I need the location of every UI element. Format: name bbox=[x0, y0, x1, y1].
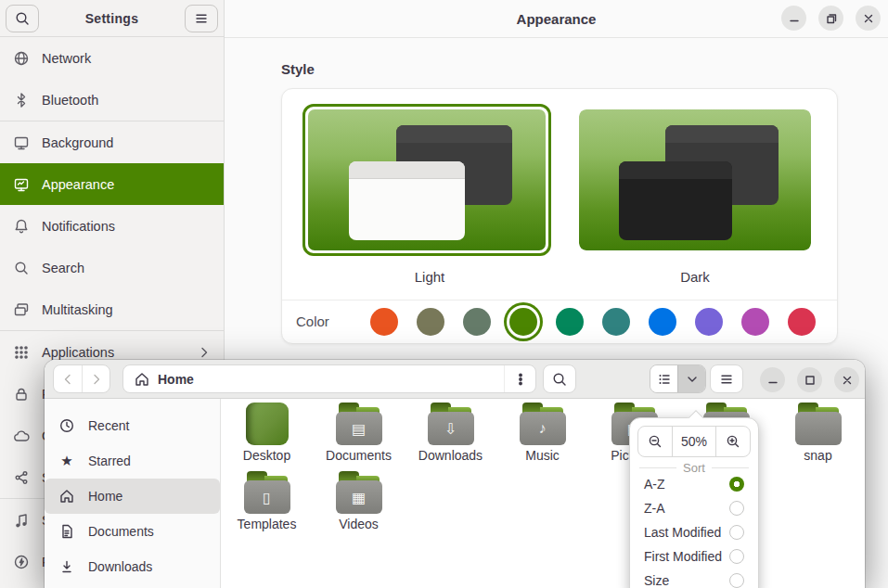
color-swatch-olive[interactable] bbox=[509, 308, 537, 336]
download-icon bbox=[58, 558, 75, 575]
desktop-folder-icon bbox=[246, 403, 289, 445]
sidebar-item-label: Home bbox=[88, 489, 122, 504]
sidebar-item-bluetooth[interactable]: Bluetooth bbox=[0, 79, 224, 121]
maximize-button[interactable] bbox=[797, 367, 822, 392]
sidebar-item-downloads[interactable]: Downloads bbox=[45, 549, 220, 584]
settings-title: Settings bbox=[85, 11, 139, 26]
sidebar-item-network[interactable]: Network bbox=[0, 37, 224, 79]
sidebar-item-multitasking[interactable]: Multitasking bbox=[0, 288, 224, 330]
color-swatch-viridian[interactable] bbox=[556, 308, 584, 336]
grid-item-downloads[interactable]: ⇩ Downloads bbox=[405, 403, 496, 463]
back-button[interactable] bbox=[54, 365, 82, 392]
color-swatch-sage[interactable] bbox=[463, 308, 491, 336]
star-icon: ★ bbox=[58, 453, 75, 469]
sort-option-first-modified[interactable]: First Modified bbox=[630, 544, 758, 569]
search-button[interactable] bbox=[543, 364, 576, 393]
zoom-out-button[interactable] bbox=[638, 427, 672, 456]
color-swatch-blue[interactable] bbox=[649, 308, 676, 336]
radio-icon bbox=[729, 573, 744, 588]
grid-item-templates[interactable]: ▯ Templates bbox=[221, 471, 313, 531]
video-emblem-icon: ▦ bbox=[336, 480, 382, 514]
globe-icon bbox=[13, 50, 30, 67]
hamburger-menu-button[interactable] bbox=[710, 364, 743, 393]
color-swatch-purple[interactable] bbox=[695, 308, 723, 336]
forward-button[interactable] bbox=[82, 365, 109, 392]
dots-vertical-icon bbox=[512, 371, 529, 388]
sidebar-item-documents[interactable]: Documents bbox=[45, 514, 220, 549]
magnifier-icon bbox=[13, 260, 30, 276]
location-menu-button[interactable] bbox=[504, 365, 535, 392]
chevron-right-icon bbox=[196, 344, 212, 361]
files-sidebar: Recent ★ Starred Home Documents Download… bbox=[45, 399, 221, 588]
dark-option-label: Dark bbox=[579, 269, 811, 285]
close-icon bbox=[860, 10, 877, 27]
minimize-button[interactable] bbox=[760, 367, 785, 392]
sidebar-item-label: Appearance bbox=[42, 177, 114, 192]
sidebar-item-label: Multitasking bbox=[42, 302, 113, 317]
zoom-level-value: 50% bbox=[672, 427, 716, 456]
style-option-light[interactable] bbox=[302, 104, 551, 256]
lock-icon bbox=[13, 386, 30, 403]
sidebar-item-search[interactable]: Search bbox=[0, 247, 224, 288]
download-emblem-icon: ⇩ bbox=[428, 412, 474, 445]
sidebar-item-appearance[interactable]: Appearance bbox=[0, 163, 224, 205]
view-options-popover: 50% Sort A-Z Z-A Last Modified bbox=[629, 417, 759, 588]
preview-front-window bbox=[349, 161, 465, 240]
zoom-in-button[interactable] bbox=[716, 427, 750, 456]
files-toolbar: Home bbox=[45, 360, 865, 399]
folder-icon: ▦ bbox=[336, 471, 382, 514]
sort-option-za[interactable]: Z-A bbox=[630, 496, 758, 520]
sidebar-item-home[interactable]: Home bbox=[45, 479, 220, 514]
minimize-button[interactable] bbox=[781, 6, 806, 31]
share-icon bbox=[13, 469, 30, 486]
file-grid: Desktop ▤ Documents ⇩ Downloads ♪ Music … bbox=[221, 399, 865, 588]
color-swatch-magenta[interactable] bbox=[741, 308, 769, 336]
sidebar-item-label: Documents bbox=[88, 524, 154, 539]
sidebar-item-label: Background bbox=[42, 135, 113, 150]
sidebar-item-recent[interactable]: Recent bbox=[45, 408, 220, 443]
magnifier-icon bbox=[14, 10, 31, 27]
color-swatch-red[interactable] bbox=[788, 308, 816, 336]
grid-icon bbox=[13, 344, 30, 361]
bluetooth-icon bbox=[13, 92, 30, 109]
list-view-button[interactable] bbox=[650, 365, 677, 392]
color-swatch-bark[interactable] bbox=[417, 308, 444, 336]
zoom-in-icon bbox=[725, 433, 741, 450]
hamburger-icon bbox=[718, 371, 735, 388]
sidebar-item-starred[interactable]: ★ Starred bbox=[45, 443, 220, 479]
sidebar-item-background[interactable]: Background bbox=[0, 121, 224, 163]
chevron-left-icon bbox=[59, 371, 76, 388]
grid-item-snap[interactable]: snap bbox=[772, 403, 864, 463]
primary-menu-button[interactable] bbox=[185, 5, 218, 32]
close-button[interactable] bbox=[856, 6, 881, 31]
sort-option-az[interactable]: A-Z bbox=[630, 472, 758, 496]
style-option-dark[interactable] bbox=[579, 109, 811, 250]
sort-option-last-modified[interactable]: Last Modified bbox=[630, 520, 758, 544]
light-style-preview bbox=[308, 109, 546, 250]
grid-item-desktop[interactable]: Desktop bbox=[221, 403, 313, 463]
magnifier-icon bbox=[551, 371, 568, 388]
close-button[interactable] bbox=[834, 367, 859, 392]
radio-icon bbox=[729, 501, 744, 516]
sidebar-item-label: Notifications bbox=[42, 219, 115, 234]
display-icon bbox=[13, 134, 30, 151]
grid-item-videos[interactable]: ▦ Videos bbox=[313, 471, 405, 531]
search-button[interactable] bbox=[6, 5, 39, 32]
light-option-label: Light bbox=[302, 269, 557, 285]
grid-item-documents[interactable]: ▤ Documents bbox=[313, 403, 405, 463]
minimize-icon bbox=[765, 372, 781, 389]
color-swatch-orange[interactable] bbox=[370, 308, 398, 336]
music-note-icon bbox=[13, 512, 30, 529]
sidebar-item-label: Starred bbox=[88, 454, 131, 468]
chevron-right-icon bbox=[88, 371, 105, 388]
current-location-label: Home bbox=[158, 372, 194, 387]
grid-item-music[interactable]: ♪ Music bbox=[496, 403, 588, 463]
sidebar-item-notifications[interactable]: Notifications bbox=[0, 205, 224, 247]
path-bar[interactable]: Home bbox=[122, 364, 536, 393]
color-swatch-prussian-green[interactable] bbox=[602, 308, 630, 336]
close-icon bbox=[839, 372, 856, 389]
sort-option-size[interactable]: Size bbox=[630, 569, 758, 588]
template-emblem-icon: ▯ bbox=[244, 480, 290, 514]
view-options-menu-button[interactable] bbox=[677, 365, 705, 392]
restore-button[interactable] bbox=[818, 6, 843, 31]
